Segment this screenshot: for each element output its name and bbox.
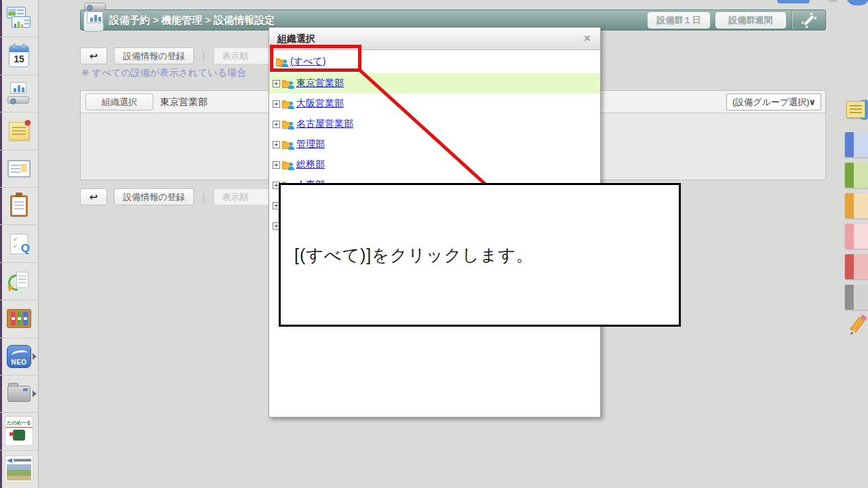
memo-icon xyxy=(9,122,29,140)
facility-group-day-button[interactable]: 設備群１日 xyxy=(648,12,710,28)
toolbar-bottom: ↩ 設備情報の登録 | 表示順 xyxy=(80,188,280,205)
chevron-down-icon: ∨ xyxy=(808,94,816,110)
pencil-icon xyxy=(848,314,868,339)
sidebar-item-portal[interactable] xyxy=(0,0,38,37)
back-button[interactable]: ↩ xyxy=(80,188,107,205)
workflow-icon xyxy=(8,270,30,292)
sidebar-item-memo[interactable] xyxy=(0,113,38,150)
sticky-note-widget-button[interactable] xyxy=(845,97,868,125)
tree-item[interactable]: + 大阪営業部 xyxy=(269,94,600,114)
sidebar-item-workflow[interactable] xyxy=(0,263,38,300)
back-button[interactable]: ↩ xyxy=(80,47,107,64)
facility-app-icon xyxy=(83,11,104,32)
sidebar-item-schedule[interactable]: 15 xyxy=(0,37,38,75)
sticky-color-tab-gray[interactable] xyxy=(845,285,868,310)
facility-group-dropdown[interactable]: (設備グループ選択) ∨ xyxy=(726,94,821,110)
org-folder-icon xyxy=(282,119,295,129)
settings-wrench-button[interactable] xyxy=(792,10,825,30)
expand-icon[interactable]: + xyxy=(273,141,280,148)
tree-item[interactable]: + 管理部 xyxy=(269,134,600,155)
survey-icon: ✓✓Q xyxy=(10,234,28,254)
neo-icon: NEO xyxy=(7,345,31,368)
tree-item[interactable]: + 総務部 xyxy=(269,155,600,175)
instruction-text: [(すべて)]をクリックします。 xyxy=(294,244,534,266)
sticky-note-icon xyxy=(846,101,865,118)
cropped-toolbar-icon xyxy=(846,0,868,5)
calendar-icon: 15 xyxy=(9,45,29,67)
close-icon[interactable]: × xyxy=(584,32,591,45)
tree-item[interactable]: + 東京営業部 xyxy=(269,73,600,94)
org-select-button[interactable]: 組織選択 xyxy=(85,94,153,110)
tree-item[interactable]: + 名古屋営業部 xyxy=(269,114,600,134)
expand-icon[interactable]: + xyxy=(273,161,280,169)
tree-item-link[interactable]: 総務部 xyxy=(296,159,325,171)
selected-org-label: 東京営業部 xyxy=(160,96,208,108)
tree-item-link[interactable]: 名古屋営業部 xyxy=(296,118,353,130)
cropped-toolbar-icon xyxy=(777,0,810,3)
cropped-toolbar-icon xyxy=(829,0,837,2)
tree-item-link[interactable]: 大阪営業部 xyxy=(296,98,344,110)
sidebar-item-document-cabinet[interactable] xyxy=(0,300,38,338)
binders-icon xyxy=(7,309,31,328)
toolbar-top: ↩ 設備情報の登録 | 表示順 xyxy=(80,47,280,64)
dialog-title: 組織選択 xyxy=(277,33,315,45)
sidebar-item-tanomeru[interactable]: たのめーる xyxy=(0,413,38,450)
sidebar-item-facility-reservation[interactable] xyxy=(0,75,38,113)
expand-arrow-icon[interactable] xyxy=(33,390,37,397)
sticky-color-tab-red[interactable] xyxy=(845,254,868,279)
sidebar-item-bulletin-board[interactable] xyxy=(0,150,38,188)
folder-icon xyxy=(7,386,31,402)
sidebar-item-neo-portal[interactable]: NEO xyxy=(0,338,38,375)
org-folder-icon xyxy=(282,79,295,89)
org-folder-icon xyxy=(282,140,295,150)
projector-icon xyxy=(7,82,31,105)
sticky-color-tab-orange[interactable] xyxy=(845,193,868,218)
bulletin-board-icon xyxy=(7,160,31,178)
toolbar-separator: | xyxy=(202,47,205,64)
display-order-button[interactable]: 表示順 xyxy=(214,188,276,205)
breadcrumb: 設備予約 > 機能管理 > 設備情報設定 xyxy=(109,14,275,27)
sticky-color-tab-pink[interactable] xyxy=(845,224,868,249)
annotation-highlight-box xyxy=(270,45,361,72)
ad-banner-image xyxy=(5,455,33,483)
sticky-color-tab-green[interactable] xyxy=(845,163,868,188)
expand-icon[interactable]: + xyxy=(273,80,280,87)
sidebar-item-circular[interactable] xyxy=(0,188,38,225)
edit-pencil-button[interactable] xyxy=(848,314,868,339)
toolbar-separator: | xyxy=(202,188,205,205)
sticky-color-tab-blue[interactable] xyxy=(845,132,868,157)
facility-group-dropdown-value: (設備グループ選択) xyxy=(732,97,810,107)
facility-group-week-button[interactable]: 設備群週間 xyxy=(715,12,786,28)
expand-icon[interactable]: + xyxy=(273,121,280,128)
expand-icon[interactable]: + xyxy=(273,100,280,108)
org-folder-icon xyxy=(282,160,295,170)
org-folder-icon xyxy=(282,99,295,109)
tree-item-link[interactable]: 管理部 xyxy=(296,138,325,150)
clipboard-icon xyxy=(10,195,28,217)
expand-arrow-icon[interactable] xyxy=(33,353,37,360)
sidebar-item-file-folder[interactable] xyxy=(0,375,38,413)
instruction-callout: [(すべて)]をクリックします。 xyxy=(279,183,681,327)
sidebar-item-survey[interactable]: ✓✓Q xyxy=(0,225,38,262)
register-facility-button[interactable]: 設備情報の登録 xyxy=(114,188,193,205)
note-text: ※ すべての設備が表示されている場合 xyxy=(81,67,246,79)
display-order-button[interactable]: 表示順 xyxy=(214,47,276,64)
sidebar-item-ad-banner[interactable] xyxy=(0,451,38,488)
register-facility-button[interactable]: 設備情報の登録 xyxy=(114,47,193,64)
portal-icon xyxy=(7,7,31,30)
wrench-icon xyxy=(802,13,816,28)
tree-item-link[interactable]: 東京営業部 xyxy=(296,77,344,89)
tanomeru-logo: たのめーる xyxy=(5,416,33,446)
app-sidebar: 15 ✓✓Q NEO xyxy=(0,0,39,488)
